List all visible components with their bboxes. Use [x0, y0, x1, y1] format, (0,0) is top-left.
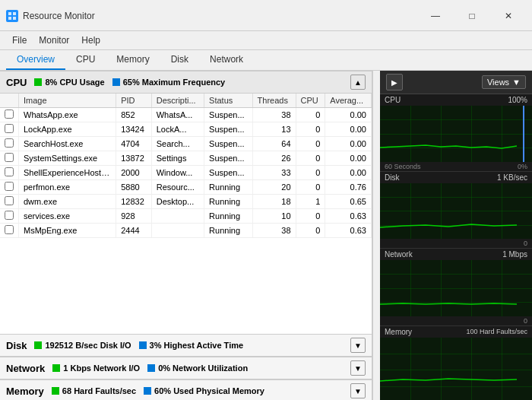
menu-monitor[interactable]: Monitor	[33, 33, 75, 48]
row-cpu: 0	[296, 209, 325, 224]
tab-memory[interactable]: Memory	[106, 50, 160, 70]
row-avg: 0.00	[325, 108, 372, 122]
col-threads[interactable]: Threads	[252, 94, 296, 108]
table-row[interactable]: dwm.exe 12832 Desktop... Running 18 1 0.…	[0, 195, 372, 209]
network-section-header[interactable]: Network 1 Kbps Network I/O 0% Network Ut…	[0, 357, 372, 379]
expand-button[interactable]: ▶	[386, 74, 403, 90]
network-graph-svg	[380, 260, 532, 316]
row-checkbox[interactable]	[0, 108, 19, 122]
tab-network[interactable]: Network	[199, 50, 254, 70]
cpu-header-left: CPU 8% CPU Usage 65% Maximum Frequency	[6, 77, 225, 88]
row-checkbox[interactable]	[0, 166, 19, 180]
memory-blue-dot	[144, 387, 151, 395]
memory-section-header[interactable]: Memory 68 Hard Faults/sec 60% Used Physi…	[0, 379, 372, 400]
tab-bar: Overview CPU Memory Disk Network	[0, 50, 532, 71]
disk-green-dot	[34, 341, 42, 349]
table-row[interactable]: SearchHost.exe 4704 Search... Suspen... …	[0, 137, 372, 151]
row-checkbox[interactable]	[0, 224, 19, 238]
views-button[interactable]: Views ▼	[482, 75, 526, 89]
memory-label: Memory	[6, 386, 44, 397]
memory-header-left: Memory 68 Hard Faults/sec 60% Used Physi…	[6, 386, 264, 397]
row-status: Running	[204, 195, 253, 209]
row-threads: 26	[252, 151, 296, 166]
row-image: SearchHost.exe	[19, 137, 116, 151]
col-desc[interactable]: Descripti...	[151, 94, 204, 108]
row-checkbox[interactable]	[0, 209, 19, 224]
col-pid[interactable]: PID	[116, 94, 152, 108]
process-table-container: Image PID Descripti... Status Threads CP…	[0, 94, 372, 334]
minimize-button[interactable]: —	[418, 5, 453, 27]
row-checkbox[interactable]	[0, 195, 19, 209]
app-icon	[6, 10, 18, 22]
menu-bar: File Monitor Help	[0, 31, 532, 50]
table-row[interactable]: perfmon.exe 5880 Resourc... Running 20 0…	[0, 180, 372, 195]
svg-rect-2	[8, 17, 11, 20]
network-graph-bottom-row: 0	[380, 316, 532, 325]
col-checkbox	[0, 94, 19, 108]
table-row[interactable]: LockApp.exe 13424 LockA... Suspen... 13 …	[0, 122, 372, 137]
table-row[interactable]: services.exe 928 Running 10 0 0.63	[0, 209, 372, 224]
network-collapse-button[interactable]: ▼	[350, 360, 366, 376]
disk-collapse-button[interactable]: ▼	[350, 338, 366, 353]
table-row[interactable]: ShellExperienceHost.exe 2000 Window... S…	[0, 166, 372, 180]
col-cpu[interactable]: CPU	[296, 94, 325, 108]
disk-graph-svg	[380, 183, 532, 240]
cpu-indicator1: 8% CPU Usage	[34, 78, 104, 87]
tab-disk[interactable]: Disk	[160, 50, 199, 70]
col-status[interactable]: Status	[204, 94, 253, 108]
right-panel: ▶ Views ▼ CPU 100%	[380, 71, 532, 400]
row-threads: 64	[252, 137, 296, 151]
row-checkbox[interactable]	[0, 137, 19, 151]
memory-collapse-button[interactable]: ▼	[350, 383, 366, 398]
network-graph-bottom-right: 0	[524, 317, 527, 325]
cpu-blue-dot	[112, 78, 120, 86]
network-indicator1: 1 Kbps Network I/O	[52, 363, 140, 373]
row-checkbox[interactable]	[0, 122, 19, 137]
row-threads: 33	[252, 166, 296, 180]
disk-graph-bottom-row: 0	[380, 239, 532, 248]
svg-rect-3	[13, 17, 16, 20]
col-image[interactable]: Image	[19, 94, 116, 108]
cpu-label: CPU	[6, 77, 27, 88]
disk-graph-bottom-right: 0	[524, 240, 527, 247]
table-row[interactable]: SystemSettings.exe 13872 Settings Suspen…	[0, 151, 372, 166]
row-avg: 0.76	[325, 180, 372, 195]
network-graph-label-row: Network 1 Mbps	[380, 249, 532, 260]
network-graph-label: Network	[385, 250, 413, 259]
disk-indicator2: 3% Highest Active Time	[139, 341, 244, 350]
row-status: Suspen...	[204, 122, 253, 137]
cpu-section-header[interactable]: CPU 8% CPU Usage 65% Maximum Frequency ▲	[0, 71, 372, 94]
menu-file[interactable]: File	[6, 33, 33, 48]
tab-cpu[interactable]: CPU	[65, 50, 106, 70]
row-desc	[151, 209, 204, 224]
cpu-collapse-button[interactable]: ▲	[350, 75, 366, 90]
disk-section-header[interactable]: Disk 192512 B/sec Disk I/O 3% Highest Ac…	[0, 334, 372, 357]
cpu-green-dot	[34, 78, 42, 86]
row-checkbox[interactable]	[0, 151, 19, 166]
main-content: CPU 8% CPU Usage 65% Maximum Frequency ▲	[0, 71, 532, 400]
table-row[interactable]: MsMpEng.exe 2444 Running 38 0 0.63	[0, 224, 372, 238]
row-checkbox[interactable]	[0, 180, 19, 195]
memory-graph-label: Memory	[385, 328, 412, 336]
scrollbar[interactable]	[372, 71, 380, 400]
row-status: Running	[204, 180, 253, 195]
disk-graph-canvas	[380, 183, 532, 240]
memory-graph-right-label: 100 Hard Faults/sec	[466, 328, 527, 336]
row-threads: 10	[252, 209, 296, 224]
disk-graph-block: Disk 1 KB/sec	[380, 172, 532, 249]
row-pid: 928	[116, 209, 152, 224]
menu-help[interactable]: Help	[75, 33, 106, 48]
memory-indicator2: 60% Used Physical Memory	[144, 386, 264, 395]
row-pid: 13872	[116, 151, 152, 166]
disk-graph-label-row: Disk 1 KB/sec	[380, 172, 532, 183]
row-cpu: 0	[296, 137, 325, 151]
table-row[interactable]: WhatsApp.exe 852 WhatsA... Suspen... 38 …	[0, 108, 372, 122]
disk-graph-right-label: 1 KB/sec	[497, 173, 527, 182]
row-image: ShellExperienceHost.exe	[19, 166, 116, 180]
disk-header-left: Disk 192512 B/sec Disk I/O 3% Highest Ac…	[6, 340, 243, 351]
maximize-button[interactable]: □	[454, 5, 489, 27]
tab-overview[interactable]: Overview	[6, 50, 65, 70]
close-button[interactable]: ✕	[491, 5, 526, 27]
col-avg[interactable]: Averag...	[325, 94, 372, 108]
network-label: Network	[6, 363, 45, 374]
